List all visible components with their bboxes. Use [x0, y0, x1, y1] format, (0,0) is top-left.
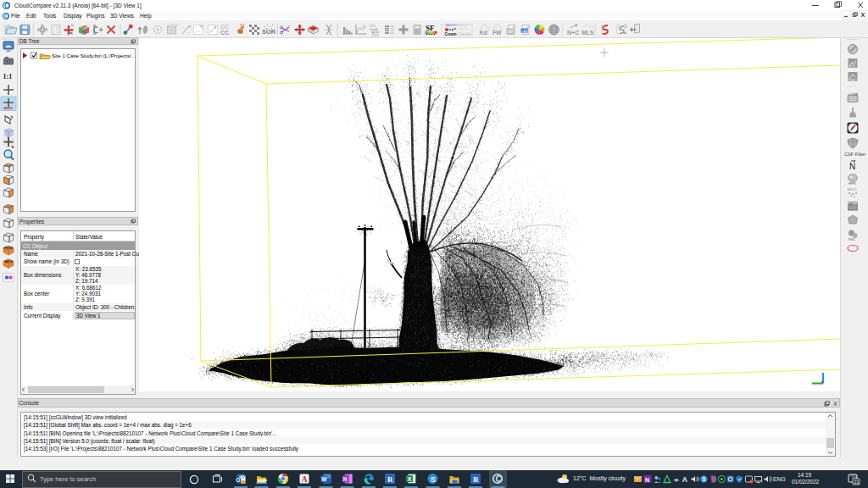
svg-text:SSAO: SSAO: [849, 79, 858, 82]
svg-text:CSF Filter: CSF Filter: [844, 152, 865, 157]
svg-text:min: min: [370, 24, 376, 28]
svg-text:RSC: RSC: [849, 237, 856, 241]
svg-text:HPR: HPR: [849, 181, 856, 186]
svg-text:M3C2: M3C2: [848, 187, 858, 191]
svg-text:FRONT: FRONT: [4, 247, 14, 250]
svg-text:max: max: [372, 33, 380, 37]
svg-text:CANUPO: CANUPO: [458, 24, 471, 27]
svg-text:CC: CC: [220, 24, 229, 30]
svg-text:auto: auto: [4, 105, 14, 110]
svg-text:Kd: Kd: [480, 30, 487, 36]
svg-text:S: S: [702, 476, 706, 482]
svg-text:N: N: [849, 162, 855, 171]
svg-text:Classify: Classify: [458, 32, 472, 36]
svg-text:FM: FM: [492, 30, 501, 36]
svg-text:Cream: Cream: [445, 32, 457, 36]
svg-text:SF: SF: [426, 24, 435, 32]
svg-text:CV: CV: [508, 30, 513, 34]
svg-text:PCV: PCV: [849, 65, 856, 69]
svg-text:N+C: N+C: [567, 30, 579, 36]
svg-text:21: 21: [854, 480, 859, 485]
svg-text:A: A: [682, 475, 687, 484]
svg-text:SOR: SOR: [262, 28, 276, 36]
svg-text:N: N: [645, 477, 649, 483]
svg-text:LAS: LAS: [521, 29, 528, 33]
svg-text:MLS: MLS: [581, 30, 594, 36]
svg-text:BACK: BACK: [5, 260, 14, 263]
svg-text:1:1: 1:1: [3, 73, 13, 80]
svg-text:CC: CC: [220, 30, 229, 36]
svg-text:CANUPO: CANUPO: [445, 24, 459, 27]
